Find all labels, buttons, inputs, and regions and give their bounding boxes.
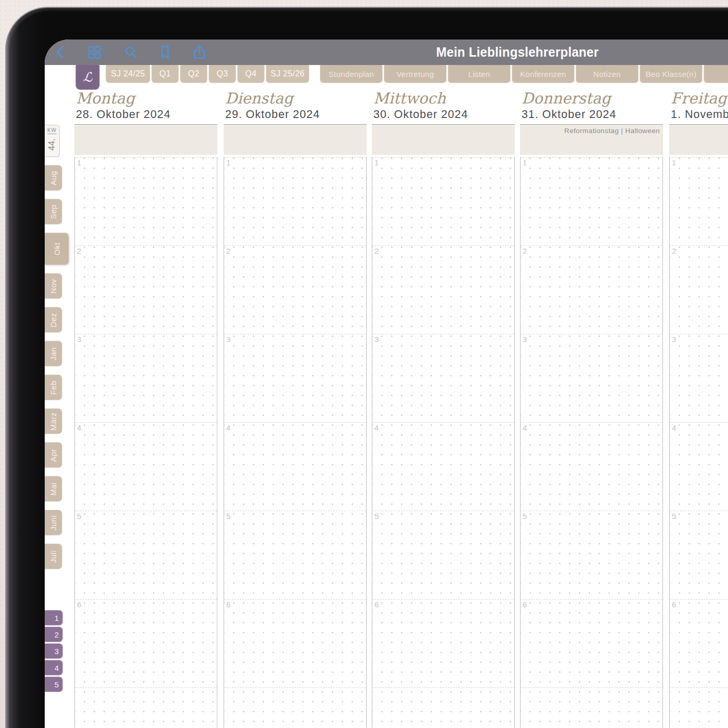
day-column-donnerstag: Donnerstag 31. Oktober 2024 Reformations…: [520, 84, 663, 728]
tab-vertretung[interactable]: Vertretung: [384, 65, 447, 83]
period-section[interactable]: [224, 687, 366, 728]
search-icon[interactable]: [123, 44, 139, 60]
tab-notizen[interactable]: Notizen: [576, 65, 639, 83]
month-tab-jan[interactable]: Jan: [45, 341, 62, 367]
day-column-dienstag: Dienstag 29. Oktober 2024 1 2 3 4 5 6: [224, 84, 367, 728]
period-section[interactable]: 4: [670, 422, 728, 511]
lesson-tab-4[interactable]: 4: [45, 660, 63, 675]
header-divider: [372, 124, 515, 125]
month-tab-sep[interactable]: Sep: [45, 199, 62, 225]
period-section[interactable]: 1: [224, 157, 366, 245]
period-section[interactable]: 3: [372, 334, 514, 422]
day-note-box[interactable]: [224, 125, 367, 155]
tab-stundenplan[interactable]: Stundenplan: [320, 65, 383, 83]
day-column-freitag: Freitag 1. November 2024 1 2 3 4 5 6: [669, 84, 728, 728]
month-tab-aug[interactable]: Aug: [45, 165, 62, 191]
day-note-box[interactable]: [74, 125, 217, 155]
day-writing-grid[interactable]: 1 2 3 4 5 6: [372, 157, 515, 728]
header-divider: [669, 124, 728, 125]
period-section[interactable]: 2: [75, 245, 217, 334]
period-section[interactable]: 6: [372, 599, 514, 687]
period-section[interactable]: 5: [224, 511, 366, 599]
month-tab-apr[interactable]: Apr: [45, 442, 62, 468]
period-section[interactable]: [75, 687, 217, 728]
holiday-label: [372, 125, 515, 127]
lesson-tab-1[interactable]: 1: [45, 610, 63, 626]
day-writing-grid[interactable]: 1 2 3 4 5 6: [224, 157, 367, 728]
lesson-tab-2[interactable]: 2: [45, 627, 63, 642]
share-icon[interactable]: [191, 44, 207, 60]
period-section[interactable]: [670, 687, 728, 728]
lesson-tab-rail: 1 2 3 4 5: [45, 610, 63, 692]
month-tab-juni[interactable]: Juni: [45, 510, 62, 536]
kw-number: 44.: [47, 138, 57, 151]
month-tab-rail: Aug Sep Okt Nov Dez Jan Feb März Apr Mai…: [45, 165, 69, 569]
period-section[interactable]: 1: [75, 157, 217, 245]
month-tab-mai[interactable]: Mai: [45, 476, 62, 502]
tab-konferenzen[interactable]: Konferenzen: [512, 65, 575, 83]
period-section[interactable]: 2: [521, 245, 662, 334]
period-section[interactable]: 3: [521, 334, 662, 422]
month-tab-dez[interactable]: Dez: [45, 307, 62, 333]
document-title: Mein Lieblingslehrerplaner: [436, 40, 599, 65]
tab-beo-klassen[interactable]: Beo Klasse(n): [640, 65, 703, 83]
wall-background: Mein Lieblingslehrerplaner ℒ SJ 24/25 Q1…: [0, 0, 728, 728]
period-section[interactable]: 5: [75, 511, 217, 599]
tab-q3[interactable]: Q3: [209, 65, 236, 83]
period-section[interactable]: 4: [75, 422, 217, 511]
header-divider: [520, 124, 663, 125]
period-section[interactable]: 3: [670, 334, 728, 422]
period-section[interactable]: 1: [670, 157, 728, 245]
period-section[interactable]: 1: [372, 157, 514, 245]
period-section[interactable]: 5: [670, 511, 728, 599]
day-writing-grid[interactable]: 1 2 3 4 5 6: [520, 157, 663, 728]
day-note-box[interactable]: Reformationstag | Halloween: [520, 125, 663, 155]
period-section[interactable]: 2: [670, 245, 728, 334]
period-section[interactable]: [372, 687, 514, 728]
period-section[interactable]: 3: [224, 334, 366, 422]
period-section[interactable]: 5: [372, 511, 514, 599]
day-name: Montag: [76, 89, 135, 107]
day-date: 1. November 2024: [671, 108, 728, 121]
period-section[interactable]: [521, 687, 662, 728]
period-section[interactable]: 6: [224, 599, 366, 687]
day-date: 29. Oktober 2024: [225, 108, 320, 121]
day-writing-grid[interactable]: 1 2 3 4 5 6: [74, 157, 217, 728]
tab-q2[interactable]: Q2: [180, 65, 207, 83]
tab-q1[interactable]: Q1: [151, 65, 179, 83]
back-icon[interactable]: [53, 44, 69, 60]
month-tab-feb[interactable]: Feb: [45, 374, 62, 400]
month-tab-juli[interactable]: Juli: [45, 543, 62, 569]
page-thumbnails-icon[interactable]: [86, 44, 102, 60]
period-section[interactable]: 6: [521, 599, 662, 687]
day-writing-grid[interactable]: 1 2 3 4 5 6: [669, 157, 728, 728]
month-tab-maerz[interactable]: März: [45, 408, 62, 434]
period-section[interactable]: 5: [521, 511, 662, 599]
tab-sj-24-25[interactable]: SJ 24/25: [106, 65, 150, 83]
tab-q4[interactable]: Q4: [237, 65, 265, 83]
kw-label: KW: [47, 127, 57, 134]
tab-listen[interactable]: Listen: [448, 65, 511, 83]
day-column-montag: Montag 28. Oktober 2024 1 2 3 4 5 6: [74, 84, 217, 728]
period-section[interactable]: 2: [224, 245, 366, 334]
period-section[interactable]: 6: [75, 599, 217, 687]
period-section[interactable]: 6: [670, 599, 728, 687]
period-section[interactable]: 4: [224, 422, 366, 511]
day-note-box[interactable]: [669, 125, 728, 155]
tab-sj-25-26[interactable]: SJ 25/26: [266, 65, 309, 83]
period-section[interactable]: 4: [372, 422, 514, 511]
bookmark-icon[interactable]: [157, 44, 173, 60]
lesson-tab-3[interactable]: 3: [45, 643, 63, 659]
tab-beo[interactable]: Beo: [704, 65, 728, 83]
day-date: 30. Oktober 2024: [373, 108, 468, 121]
month-tab-nov[interactable]: Nov: [45, 273, 62, 299]
period-section[interactable]: 2: [372, 245, 514, 334]
day-note-box[interactable]: [372, 125, 515, 155]
period-section[interactable]: 4: [521, 422, 662, 511]
holiday-label: [224, 125, 367, 127]
period-section[interactable]: 1: [521, 157, 662, 245]
lesson-tab-5[interactable]: 5: [45, 677, 63, 692]
month-tab-okt-active[interactable]: Okt: [45, 232, 69, 265]
week-number-tab[interactable]: KW 44.: [45, 125, 60, 157]
period-section[interactable]: 3: [75, 334, 217, 422]
